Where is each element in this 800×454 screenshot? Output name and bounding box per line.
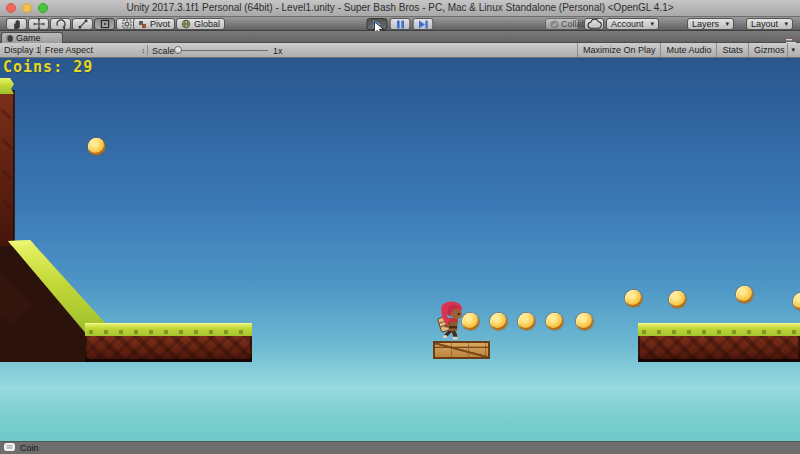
ground-platform — [638, 323, 800, 362]
player-character — [436, 301, 469, 342]
account-dropdown[interactable]: Account ▾ — [606, 18, 659, 30]
chevron-down-icon: ▾ — [791, 46, 795, 54]
tab-game[interactable]: Game — [1, 32, 63, 43]
play-button[interactable] — [367, 18, 388, 30]
coins-hud-text: Coins: 29 — [3, 58, 93, 76]
ground-platform — [85, 323, 252, 362]
stats-button[interactable]: Stats — [716, 43, 748, 57]
gizmos-label: Gizmos — [754, 45, 785, 55]
maximize-on-play-label: Maximize On Play — [583, 45, 656, 55]
hand-tool-button[interactable] — [6, 18, 27, 30]
aspect-dropdown[interactable]: Free Aspect ↕ — [42, 43, 148, 57]
pivot-toggle-button[interactable]: Pivot — [133, 18, 175, 30]
playmode-controls — [367, 18, 434, 30]
pause-button[interactable] — [390, 18, 411, 30]
terrain-cliff-and-slope — [0, 58, 800, 441]
rect-tool-button[interactable] — [94, 18, 115, 30]
status-bar[interactable]: Coin — [0, 441, 800, 454]
pivot-global-group: Pivot Global — [133, 18, 225, 30]
coin — [88, 138, 105, 155]
aspect-label: Free Aspect — [45, 45, 93, 55]
game-view-icon — [6, 35, 13, 42]
coin — [576, 313, 593, 330]
step-button[interactable] — [413, 18, 434, 30]
rotate-icon — [55, 18, 67, 30]
mute-audio-label: Mute Audio — [666, 45, 711, 55]
coin — [625, 290, 642, 307]
mute-audio-button[interactable]: Mute Audio — [660, 43, 716, 57]
gizmos-caret[interactable]: ▾ — [787, 43, 798, 57]
transform-icon — [121, 18, 133, 30]
layout-label: Layout — [751, 19, 778, 29]
scale-icon — [77, 18, 89, 30]
stats-label: Stats — [722, 45, 743, 55]
global-label: Global — [194, 19, 220, 29]
wooden-crate-platform — [433, 341, 490, 359]
game-tab-label: Game — [16, 33, 41, 43]
scale-tool-button[interactable] — [72, 18, 93, 30]
pivot-icon — [138, 20, 147, 29]
move-icon — [33, 18, 45, 30]
layout-dropdown[interactable]: Layout ▾ — [746, 18, 793, 30]
coin — [546, 313, 563, 330]
divider — [147, 45, 148, 55]
layers-dropdown[interactable]: Layers ▾ — [687, 18, 734, 30]
game-view[interactable]: Coins: 29 — [0, 58, 800, 441]
scale-slider-knob[interactable] — [174, 46, 182, 54]
move-tool-button[interactable] — [28, 18, 49, 30]
scale-slider-track[interactable] — [180, 50, 268, 51]
chevron-down-icon: ▾ — [725, 20, 729, 28]
global-toggle-button[interactable]: Global — [176, 18, 225, 30]
globe-icon — [181, 19, 191, 29]
hand-icon — [11, 18, 23, 30]
scale-value: 1x — [273, 46, 283, 56]
play-icon — [373, 20, 382, 29]
panel-tab-strip: Game — [0, 31, 800, 43]
chevron-down-icon: ▾ — [784, 20, 788, 28]
titlebar: Unity 2017.3.1f1 Personal (64bit) - Leve… — [0, 0, 800, 17]
collab-dropdown[interactable]: Collab ▾ — [545, 18, 579, 30]
rotate-tool-button[interactable] — [50, 18, 71, 30]
console-log-icon — [4, 443, 15, 454]
unity-editor-window: Unity 2017.3.1f1 Personal (64bit) - Leve… — [0, 0, 800, 454]
cloud-services-button[interactable] — [584, 18, 604, 30]
platform-grass — [638, 323, 800, 336]
platform-dirt — [638, 336, 800, 362]
gizmos-button[interactable]: Gizmos — [748, 43, 788, 57]
coin — [490, 313, 507, 330]
divider — [40, 45, 41, 55]
status-message: Coin — [20, 443, 39, 453]
account-label: Account — [611, 19, 644, 29]
display-label: Display 1 — [4, 45, 41, 55]
game-view-options: Maximize On Play Mute Audio Stats Gizmos… — [577, 43, 798, 57]
maximize-on-play-button[interactable]: Maximize On Play — [577, 43, 661, 57]
chevron-down-icon: ▾ — [650, 20, 654, 28]
popup-arrows-icon: ↕ — [142, 47, 146, 54]
collab-check-icon — [550, 20, 559, 29]
layers-label: Layers — [692, 19, 719, 29]
collab-label: Collab — [561, 19, 587, 29]
coin — [669, 291, 686, 308]
coin — [736, 286, 753, 303]
step-icon — [418, 20, 428, 29]
pivot-label: Pivot — [150, 19, 170, 29]
rect-tool-icon — [99, 18, 111, 30]
cloud-icon — [587, 19, 602, 30]
platform-dirt — [85, 336, 252, 362]
transform-tools — [6, 18, 137, 30]
game-view-toolbar: Display 1 ↕ Free Aspect ↕ Scale 1x Maxim… — [0, 43, 800, 58]
window-title: Unity 2017.3.1f1 Personal (64bit) - Leve… — [0, 2, 800, 13]
platform-grass — [85, 323, 252, 336]
main-toolbar: Pivot Global Collab ▾ — [0, 17, 800, 31]
pause-icon — [396, 20, 404, 29]
scale-label: Scale — [152, 46, 175, 56]
coin — [518, 313, 535, 330]
